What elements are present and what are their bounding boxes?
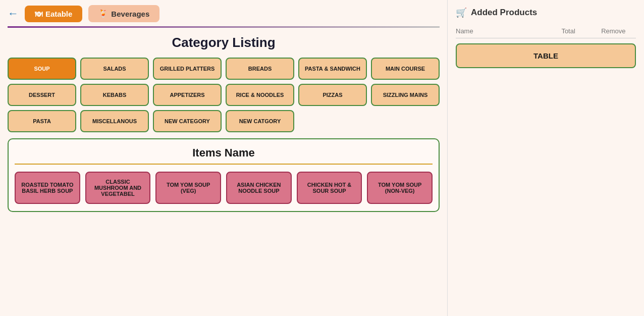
- added-products-label: Added Products: [471, 8, 537, 18]
- left-panel: ← 🍽 Eatable 🍹 Beverages Category Listing…: [0, 0, 447, 316]
- category-button-4[interactable]: PASTA & SANDWICH: [298, 58, 367, 80]
- category-button-13[interactable]: MISCELLANOUS: [80, 110, 149, 132]
- category-button-8[interactable]: APPETIZERS: [153, 84, 222, 106]
- category-button-3[interactable]: BREADS: [226, 58, 294, 80]
- item-button-2[interactable]: Tom Yom Soup (Veg): [155, 172, 221, 204]
- back-button[interactable]: ←: [8, 7, 19, 20]
- back-arrow-icon: ←: [8, 7, 19, 20]
- category-button-6[interactable]: DESSERT: [8, 84, 76, 106]
- items-grid: ROASTED TOMATO BASIL HERB SOUPCLASSIC MU…: [15, 172, 433, 204]
- cart-icon: 🛒: [456, 7, 467, 18]
- category-button-9[interactable]: RICE & NOODLES: [226, 84, 294, 106]
- category-title: Category Listing: [8, 35, 440, 50]
- right-panel: 🛒 Added Products Name Total Remove TABLE: [447, 0, 644, 316]
- eatable-label: Eatable: [45, 10, 72, 18]
- category-button-1[interactable]: SALADS: [80, 58, 149, 80]
- category-grid: SOUPSALADSGRILLED PLATTERSBREADSPASTA & …: [8, 58, 440, 132]
- items-box: Items Name ROASTED TOMATO BASIL HERB SOU…: [8, 138, 440, 212]
- items-title: Items Name: [15, 146, 433, 165]
- table-button[interactable]: TABLE: [456, 43, 636, 68]
- eatable-button[interactable]: 🍽 Eatable: [25, 6, 82, 22]
- col-name-label: Name: [456, 27, 546, 35]
- category-button-14[interactable]: NEW CATEGORY: [153, 110, 222, 132]
- beverages-icon: 🍹: [98, 9, 108, 18]
- item-button-0[interactable]: ROASTED TOMATO BASIL HERB SOUP: [15, 172, 80, 204]
- item-button-5[interactable]: Tom Yom Soup (Non-Veg): [367, 172, 433, 204]
- added-products-header: 🛒 Added Products: [456, 7, 636, 18]
- category-button-0[interactable]: SOUP: [8, 58, 76, 80]
- category-button-11[interactable]: SIZZLING MAINS: [371, 84, 440, 106]
- category-button-7[interactable]: KEBABS: [80, 84, 149, 106]
- category-button-2[interactable]: GRILLED PLATTERS: [153, 58, 222, 80]
- item-button-1[interactable]: CLASSIC MUSHROOM AND VEGETABEL: [85, 172, 151, 204]
- table-header-row: Name Total Remove: [456, 24, 636, 38]
- divider: [8, 26, 440, 28]
- eatable-icon: 🍽: [35, 10, 42, 18]
- col-remove-label: Remove: [591, 27, 636, 35]
- category-button-10[interactable]: PIZZAS: [298, 84, 367, 106]
- col-total-label: Total: [546, 27, 591, 35]
- item-button-4[interactable]: CHICKEN HOT & SOUR SOUP: [297, 172, 362, 204]
- category-button-12[interactable]: PASTA: [8, 110, 76, 132]
- item-button-3[interactable]: ASIAN CHICKEN NOODLE SOUP: [226, 172, 292, 204]
- beverages-label: Beverages: [111, 10, 149, 18]
- beverages-button[interactable]: 🍹 Beverages: [88, 5, 159, 22]
- top-nav: ← 🍽 Eatable 🍹 Beverages: [8, 5, 440, 22]
- category-button-5[interactable]: MAIN COURSE: [371, 58, 440, 80]
- category-button-15[interactable]: NEW CATGORY: [226, 110, 294, 132]
